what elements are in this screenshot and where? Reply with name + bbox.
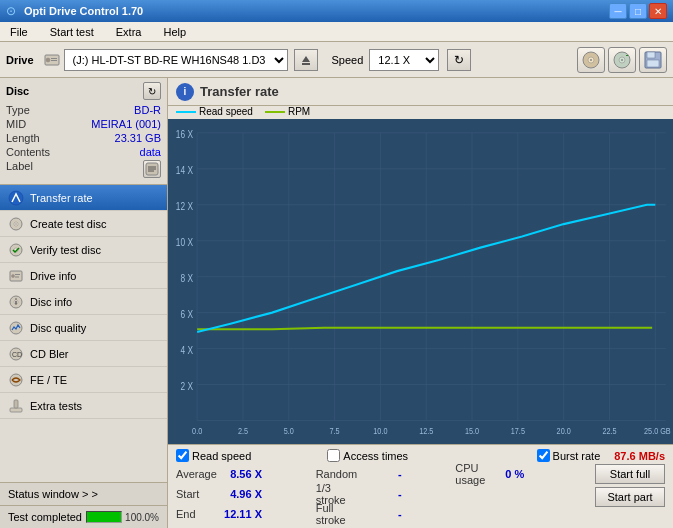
svg-text:12.5: 12.5 (419, 425, 433, 436)
drive-select-wrapper: (J:) HL-DT-ST BD-RE WH16NS48 1.D3 (44, 49, 288, 71)
nav-item-fe-te[interactable]: FE / TE (0, 367, 167, 393)
legend-rpm: RPM (265, 106, 310, 117)
drive-select[interactable]: (J:) HL-DT-ST BD-RE WH16NS48 1.D3 (64, 49, 288, 71)
disc-button-2[interactable] (608, 47, 636, 73)
disc-contents-row: Contents data (6, 146, 161, 158)
nav-label-cd-bler: CD Bler (30, 348, 69, 360)
svg-text:10.0: 10.0 (373, 425, 387, 436)
nav-label-transfer-rate: Transfer rate (30, 192, 93, 204)
save-button[interactable] (639, 47, 667, 73)
nav-item-transfer-rate[interactable]: Transfer rate (0, 185, 167, 211)
svg-marker-4 (302, 56, 310, 62)
disc-mid-label: MID (6, 118, 26, 130)
stat-average-label: Average (176, 468, 216, 480)
burst-rate-checkbox[interactable] (537, 449, 550, 462)
svg-rect-37 (10, 408, 22, 412)
nav-item-cd-bler[interactable]: CD CD Bler (0, 341, 167, 367)
svg-text:0.0: 0.0 (192, 425, 202, 436)
svg-text:4 X: 4 X (180, 344, 193, 356)
access-times-checkbox-item: Access times (327, 449, 408, 462)
access-times-checkbox[interactable] (327, 449, 340, 462)
app-icon (6, 4, 20, 18)
disc-header: Disc ↻ (6, 82, 161, 100)
disc-mid-value: MEIRA1 (001) (91, 118, 161, 130)
svg-rect-14 (647, 60, 659, 67)
disc-label-row: Label (6, 160, 161, 178)
menu-start-test[interactable]: Start test (44, 24, 100, 40)
disc-label-button[interactable] (143, 160, 161, 178)
status-window-button[interactable]: Status window > > (0, 482, 167, 506)
read-speed-checkbox-item: Read speed (176, 449, 251, 462)
svg-text:7.5: 7.5 (330, 425, 340, 436)
svg-text:15.0: 15.0 (465, 425, 479, 436)
eject-button[interactable] (294, 49, 318, 71)
stat-start-row: Start 4.96 X (176, 484, 312, 504)
svg-rect-38 (14, 400, 18, 408)
svg-point-1 (46, 58, 50, 62)
menu-help[interactable]: Help (157, 24, 192, 40)
title-bar-title: Opti Drive Control 1.70 (24, 5, 143, 17)
maximize-button[interactable]: □ (629, 3, 647, 19)
stat-fullstroke-value: - (362, 508, 402, 520)
minimize-button[interactable]: ─ (609, 3, 627, 19)
stat-fullstroke-label: Full stroke (316, 502, 356, 526)
status-window-label: Status window > > (8, 488, 98, 500)
svg-rect-32 (15, 301, 16, 305)
svg-rect-13 (647, 52, 655, 58)
disc-length-label: Length (6, 132, 40, 144)
nav-item-disc-quality[interactable]: Disc quality (0, 315, 167, 341)
verify-test-disc-icon (8, 242, 24, 258)
disc-refresh-button[interactable]: ↻ (143, 82, 161, 100)
disc-contents-value: data (140, 146, 161, 158)
burst-rate-checkbox-label: Burst rate (553, 450, 601, 462)
stat-cpu-value: 0 % (505, 468, 524, 480)
disc-type-label: Type (6, 104, 30, 116)
read-speed-checkbox[interactable] (176, 449, 189, 462)
progress-bar (86, 511, 122, 523)
nav-item-drive-info[interactable]: Drive info (0, 263, 167, 289)
disc-label-label: Label (6, 160, 33, 178)
disc-contents-label: Contents (6, 146, 50, 158)
nav-item-verify-test-disc[interactable]: Verify test disc (0, 237, 167, 263)
speed-refresh-button[interactable]: ↻ (447, 49, 471, 71)
title-bar-left: Opti Drive Control 1.70 (6, 4, 143, 18)
checkboxes-row: Read speed Access times Burst rate 87.6 … (176, 449, 665, 462)
nav-item-extra-tests[interactable]: Extra tests (0, 393, 167, 419)
start-full-button[interactable]: Start full (595, 464, 665, 484)
chart-icon: i (176, 83, 194, 101)
svg-rect-39 (168, 119, 673, 444)
speed-select[interactable]: 12.1 X (369, 49, 439, 71)
close-button[interactable]: ✕ (649, 3, 667, 19)
disc-title: Disc (6, 85, 29, 97)
svg-text:6 X: 6 X (180, 308, 193, 320)
legend-read-speed: Read speed (176, 106, 253, 117)
stat-stroke13-row: 1/3 stroke - (316, 484, 452, 504)
drive-icon-buttons (577, 47, 667, 73)
svg-rect-28 (15, 276, 19, 277)
progress-fill (87, 512, 121, 522)
access-times-checkbox-label: Access times (343, 450, 408, 462)
stats-col-2: Random - 1/3 stroke - Full stroke - (316, 464, 452, 524)
svg-text:CD: CD (12, 351, 22, 358)
stat-end-row: End 12.11 X (176, 504, 312, 524)
disc-mid-row: MID MEIRA1 (001) (6, 118, 161, 130)
burst-rate-value: 87.6 MB/s (614, 450, 665, 462)
menu-extra[interactable]: Extra (110, 24, 148, 40)
svg-point-31 (15, 298, 17, 300)
nav-item-create-test-disc[interactable]: Create test disc (0, 211, 167, 237)
svg-rect-5 (302, 63, 310, 65)
nav-label-fe-te: FE / TE (30, 374, 67, 386)
menu-file[interactable]: File (4, 24, 34, 40)
stat-random-value: - (362, 468, 402, 480)
svg-point-22 (15, 223, 17, 225)
disc-button-1[interactable] (577, 47, 605, 73)
svg-text:25.0 GB: 25.0 GB (644, 425, 671, 436)
content-area: i Transfer rate Read speed RPM (168, 78, 673, 528)
nav-item-disc-info[interactable]: Disc info (0, 289, 167, 315)
svg-text:12 X: 12 X (176, 200, 194, 212)
test-completed-label: Test completed (8, 511, 82, 523)
nav-label-create-test-disc: Create test disc (30, 218, 106, 230)
svg-text:14 X: 14 X (176, 164, 194, 176)
main-content: Disc ↻ Type BD-R MID MEIRA1 (001) Length… (0, 78, 673, 528)
start-part-button[interactable]: Start part (595, 487, 665, 507)
